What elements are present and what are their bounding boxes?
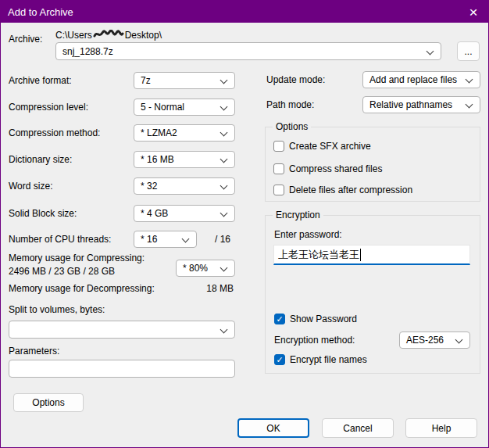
- compression-method-select[interactable]: * LZMA2: [134, 124, 235, 142]
- chevron-down-icon: [466, 76, 473, 84]
- compression-level-value: 5 - Normal: [141, 102, 184, 113]
- browse-button[interactable]: ...: [457, 41, 480, 61]
- archive-path-prefix: C:\Users: [55, 30, 92, 41]
- password-value: 上老王论坛当老王: [278, 248, 359, 262]
- close-icon[interactable]: ×: [463, 2, 484, 21]
- dictionary-size-value: * 16 MB: [141, 154, 174, 165]
- word-size-select[interactable]: * 32: [134, 177, 235, 195]
- compression-method-label: Compression method:: [9, 124, 100, 142]
- delete-files-checkbox[interactable]: ✓: [273, 185, 284, 195]
- memory-compress-select[interactable]: * 80%: [176, 260, 235, 277]
- memory-compress-value: * 80%: [183, 263, 208, 274]
- memory-decompress-label: Memory usage for Decompressing:: [9, 283, 155, 294]
- solid-block-size-value: * 4 GB: [141, 208, 168, 219]
- create-sfx-checkbox[interactable]: ✓: [273, 141, 284, 152]
- chevron-down-icon: [220, 129, 228, 137]
- encryption-group-title: Encryption: [273, 210, 323, 220]
- options-button[interactable]: Options: [13, 393, 84, 412]
- archive-name-value: snj_1288.7z: [62, 46, 113, 57]
- cpu-threads-label: Number of CPU threads:: [9, 231, 111, 248]
- word-size-value: * 32: [141, 181, 157, 192]
- update-mode-value: Add and replace files: [369, 74, 457, 85]
- path-mode-label: Path mode:: [266, 96, 314, 113]
- solid-block-size-label: Solid Block size:: [9, 205, 77, 222]
- delete-files-label: Delete files after compression: [289, 185, 412, 195]
- update-mode-label: Update mode:: [266, 71, 325, 88]
- options-group-title: Options: [273, 121, 311, 132]
- path-mode-select[interactable]: Relative pathnames: [362, 96, 480, 113]
- enter-password-label: Enter password:: [274, 229, 342, 240]
- create-sfx-checkbox-row[interactable]: ✓ Create SFX archive: [273, 141, 371, 152]
- title-bar[interactable]: Add to Archive: [1, 1, 488, 23]
- cpu-threads-value: * 16: [141, 234, 157, 245]
- encrypt-names-checkbox-row[interactable]: ✓ Encrypt file names: [274, 354, 367, 365]
- chevron-down-icon: [220, 103, 228, 111]
- memory-compress-label: Memory usage for Compressing:: [9, 253, 145, 263]
- chevron-down-icon: [220, 182, 228, 190]
- chevron-down-icon: [427, 48, 434, 56]
- compress-shared-checkbox[interactable]: ✓: [273, 163, 284, 174]
- add-to-archive-dialog: Add to Archive × Archive: C:\UsersDeskto…: [0, 0, 489, 448]
- archive-format-select[interactable]: 7z: [134, 72, 235, 89]
- archive-format-label: Archive format:: [9, 72, 72, 89]
- solid-block-size-select[interactable]: * 4 GB: [134, 205, 235, 222]
- archive-format-value: 7z: [141, 75, 151, 86]
- archive-label: Archive:: [9, 34, 42, 45]
- window-title: Add to Archive: [8, 6, 73, 18]
- encryption-method-select[interactable]: AES-256: [399, 332, 470, 349]
- cpu-threads-total: / 16: [215, 231, 230, 248]
- chevron-down-icon: [466, 101, 473, 109]
- help-button[interactable]: Help: [405, 418, 477, 438]
- split-volumes-combobox[interactable]: [9, 321, 235, 339]
- chevron-down-icon: [220, 264, 228, 272]
- text-caret: [360, 249, 361, 261]
- chevron-down-icon: [182, 235, 190, 243]
- delete-files-checkbox-row[interactable]: ✓ Delete files after compression: [273, 185, 412, 195]
- update-mode-select[interactable]: Add and replace files: [362, 71, 480, 88]
- archive-name-combobox[interactable]: snj_1288.7z: [55, 42, 441, 60]
- parameters-label: Parameters:: [9, 346, 59, 357]
- create-sfx-label: Create SFX archive: [289, 141, 371, 152]
- encryption-method-label: Encryption method:: [274, 332, 355, 349]
- dictionary-size-select[interactable]: * 16 MB: [134, 151, 235, 168]
- path-mode-value: Relative pathnames: [369, 99, 452, 110]
- cancel-button[interactable]: Cancel: [322, 418, 394, 438]
- encryption-method-value: AES-256: [406, 335, 444, 346]
- encrypt-names-label: Encrypt file names: [290, 354, 367, 365]
- show-password-label: Show Password: [290, 314, 357, 324]
- chevron-down-icon: [455, 336, 463, 344]
- cpu-threads-select[interactable]: * 16: [134, 231, 197, 248]
- chevron-down-icon: [220, 156, 228, 163]
- chevron-down-icon: [220, 210, 228, 217]
- memory-compress-detail: 2496 MB / 23 GB / 28 GB: [9, 266, 115, 277]
- show-password-checkbox[interactable]: ✓: [274, 314, 285, 324]
- redacted-username-scribble: [93, 30, 124, 41]
- chevron-down-icon: [220, 77, 228, 84]
- split-volumes-label: Split to volumes, bytes:: [9, 304, 105, 315]
- word-size-label: Word size:: [9, 177, 52, 195]
- archive-path: C:\UsersDesktop\: [55, 29, 162, 41]
- compression-level-label: Compression level:: [9, 99, 88, 116]
- ok-button[interactable]: OK: [237, 418, 309, 438]
- compress-shared-checkbox-row[interactable]: ✓ Compress shared files: [273, 163, 382, 174]
- compression-method-value: * LZMA2: [141, 127, 177, 138]
- password-input[interactable]: 上老王论坛当老王: [273, 245, 470, 265]
- archive-path-suffix: Desktop\: [125, 30, 162, 41]
- parameters-input[interactable]: [9, 360, 235, 378]
- dictionary-size-label: Dictionary size:: [9, 151, 72, 168]
- compress-shared-label: Compress shared files: [289, 163, 382, 174]
- memory-decompress-value: 18 MB: [206, 283, 234, 294]
- show-password-checkbox-row[interactable]: ✓ Show Password: [274, 314, 357, 324]
- compression-level-select[interactable]: 5 - Normal: [134, 99, 235, 116]
- chevron-down-icon: [220, 326, 228, 334]
- encrypt-names-checkbox[interactable]: ✓: [274, 354, 285, 365]
